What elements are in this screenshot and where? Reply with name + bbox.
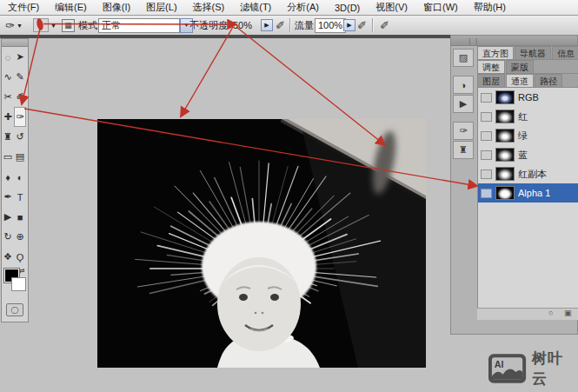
tab-adjustments[interactable]: 调整 bbox=[477, 60, 505, 73]
collapsed-panel-strip: ▨ ◑ ▶ ✑ ♜ bbox=[453, 48, 475, 160]
dodge-icon: ◐ bbox=[17, 172, 23, 183]
tab-layers[interactable]: 图层 bbox=[477, 74, 505, 87]
opacity-label: 不透明度: bbox=[189, 16, 230, 35]
tool-3d-rotate[interactable]: ↻ bbox=[2, 227, 14, 247]
menu-view[interactable]: 视图(V) bbox=[368, 1, 415, 14]
tab-channels[interactable]: 通道 bbox=[506, 74, 534, 87]
menu-image[interactable]: 图像(I) bbox=[95, 1, 138, 14]
tool-eraser[interactable]: ▭ bbox=[2, 147, 14, 167]
document-canvas[interactable] bbox=[97, 119, 426, 368]
airbrush-icon[interactable]: ✐ bbox=[357, 16, 367, 35]
airbrush-icon[interactable]: ✐ bbox=[380, 16, 389, 35]
arrow-right-icon: ▶ bbox=[261, 19, 273, 31]
tool-path-selection[interactable]: ▶ bbox=[2, 207, 14, 227]
tool-eyedropper[interactable]: ✐ bbox=[14, 87, 26, 107]
opacity-value[interactable]: 50% bbox=[233, 16, 252, 35]
visibility-toggle[interactable] bbox=[481, 131, 492, 141]
channel-row-blue[interactable]: 蓝 bbox=[478, 145, 578, 164]
tool-3d-orbit[interactable]: ⊕ bbox=[14, 227, 26, 247]
chevron-down-icon: ▼ bbox=[50, 23, 56, 29]
tool-rectangle-shape[interactable]: ■ bbox=[14, 207, 26, 227]
tool-elliptical-marquee[interactable]: ◌ bbox=[2, 47, 14, 67]
panel-toggle-icon: ▦ bbox=[62, 19, 75, 32]
brush-preview bbox=[33, 18, 49, 32]
tab-info[interactable]: 信息 bbox=[552, 46, 578, 59]
tool-dodge[interactable]: ◐ bbox=[14, 167, 26, 187]
menu-filter[interactable]: 滤镜(T) bbox=[232, 1, 279, 14]
menu-edit[interactable]: 编辑(E) bbox=[47, 1, 95, 14]
background-color[interactable] bbox=[11, 277, 26, 291]
tab-histogram[interactable]: 直方图 bbox=[477, 46, 514, 59]
histogram-panel-button[interactable]: ▨ bbox=[453, 49, 474, 67]
channel-thumbnail bbox=[495, 186, 515, 200]
channel-row-alpha1[interactable]: Alpha 1 bbox=[478, 183, 578, 203]
channel-row-red[interactable]: 红 bbox=[478, 107, 578, 126]
menu-select[interactable]: 选择(S) bbox=[185, 1, 233, 14]
brushes-panel-button[interactable]: ✑ bbox=[453, 122, 474, 140]
menu-window[interactable]: 窗口(W) bbox=[415, 1, 466, 14]
visibility-toggle[interactable] bbox=[481, 150, 492, 160]
tool-crop[interactable]: ✂ bbox=[2, 87, 14, 107]
quick-mask-icon: ◯ bbox=[11, 306, 19, 314]
tool-brush[interactable]: ✑ bbox=[14, 107, 26, 127]
adjustments-panel-button[interactable]: ◑ bbox=[453, 76, 474, 94]
channel-row-red-copy[interactable]: 红副本 bbox=[478, 164, 578, 183]
menu-layer[interactable]: 图层(L) bbox=[138, 1, 184, 14]
toolbox-header[interactable] bbox=[2, 39, 28, 47]
tool-lasso[interactable]: ∿ bbox=[2, 67, 14, 87]
actions-panel-icon: ▶ bbox=[460, 98, 467, 110]
tool-preset-picker[interactable]: ✑ ▼ bbox=[5, 16, 23, 35]
rectangle-shape-icon: ■ bbox=[17, 212, 23, 223]
swap-colors-icon[interactable]: ⇄ bbox=[19, 267, 25, 275]
tab-paths[interactable]: 路径 bbox=[535, 74, 562, 87]
menu-help[interactable]: 帮助(H) bbox=[466, 1, 514, 14]
brush-preset-picker[interactable]: ▼ bbox=[33, 16, 56, 35]
actions-panel-button[interactable]: ▶ bbox=[453, 95, 474, 113]
new-channel-icon[interactable]: ▣ bbox=[564, 309, 572, 317]
clone-source-panel-button[interactable]: ♜ bbox=[453, 141, 474, 159]
watermark: AI 树叶云 bbox=[488, 349, 578, 389]
flow-slider-button[interactable]: ▶ bbox=[341, 16, 355, 35]
visibility-toggle[interactable] bbox=[481, 169, 492, 179]
panel-toggle-button[interactable]: ▦ bbox=[62, 16, 75, 35]
dock-header[interactable]: ❘❘ bbox=[451, 36, 577, 46]
channel-row-rgb[interactable]: RGB bbox=[478, 88, 578, 107]
adjustments-tab-group: 调整 蒙版 bbox=[477, 60, 578, 74]
tool-quick-selection[interactable]: ✎ bbox=[14, 67, 26, 87]
tool-clone-stamp[interactable]: ♜ bbox=[2, 127, 14, 147]
tab-navigator[interactable]: 导航器 bbox=[515, 46, 551, 59]
mode-select[interactable]: 正常▼ bbox=[98, 16, 193, 35]
menu-analysis[interactable]: 分析(A) bbox=[279, 1, 327, 14]
channel-label: 绿 bbox=[518, 130, 528, 143]
channel-row-green[interactable]: 绿 bbox=[478, 126, 578, 145]
tool-blur[interactable]: ♦ bbox=[2, 167, 14, 187]
tool-zoom[interactable]: Ϙ bbox=[14, 247, 26, 267]
clone-stamp-icon: ♜ bbox=[3, 131, 12, 143]
photoshop-window: 文件(F) 编辑(E) 图像(I) 图层(L) 选择(S) 滤镜(T) 分析(A… bbox=[0, 0, 578, 392]
tool-hand[interactable]: ❖ bbox=[2, 247, 14, 267]
tool-type[interactable]: T bbox=[14, 187, 26, 207]
tool-gradient[interactable]: ▤ bbox=[14, 147, 26, 167]
gradient-icon: ▤ bbox=[16, 151, 24, 163]
mode-value: 正常 bbox=[98, 18, 180, 33]
menu-file[interactable]: 文件(F) bbox=[0, 1, 47, 14]
quick-selection-icon: ✎ bbox=[16, 71, 23, 83]
tool-move[interactable]: ➤ bbox=[14, 47, 26, 67]
airbrush-toggle[interactable]: ✐ bbox=[276, 16, 285, 35]
tool-healing-brush[interactable]: ✚ bbox=[2, 107, 14, 127]
brush-icon: ✑ bbox=[16, 111, 23, 123]
baby-face bbox=[217, 257, 301, 351]
visibility-toggle[interactable] bbox=[481, 112, 492, 122]
visibility-toggle[interactable] bbox=[481, 93, 492, 103]
opacity-slider-button[interactable]: ▶ bbox=[258, 16, 273, 35]
quick-mask-button[interactable]: ◯ bbox=[6, 303, 23, 316]
tab-masks[interactable]: 蒙版 bbox=[506, 60, 534, 73]
tool-history-brush[interactable]: ↺ bbox=[14, 127, 26, 147]
visibility-toggle[interactable] bbox=[481, 189, 492, 198]
channel-label: 红副本 bbox=[518, 168, 547, 181]
divider bbox=[372, 18, 373, 32]
load-selection-icon[interactable]: ○ bbox=[548, 309, 553, 317]
menu-3d[interactable]: 3D(D) bbox=[327, 3, 368, 13]
channel-label: Alpha 1 bbox=[518, 188, 550, 198]
tool-pen[interactable]: ✒ bbox=[2, 187, 14, 207]
